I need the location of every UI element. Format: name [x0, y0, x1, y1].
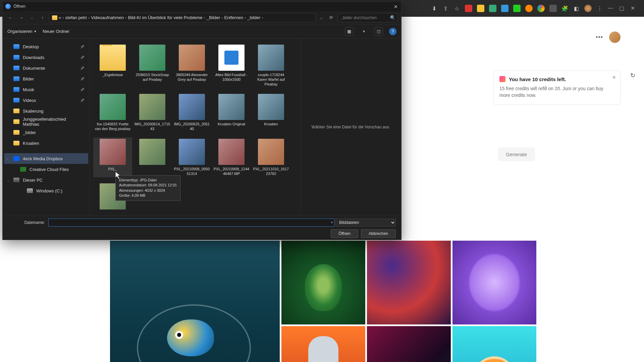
sidebar-item[interactable]: ›4eck Media Dropbox — [4, 153, 88, 164]
file-item[interactable]: Kroatien — [252, 93, 290, 133]
share-icon[interactable]: ⇪ — [442, 5, 449, 12]
puzzle-icon[interactable]: 🧩 — [561, 5, 568, 12]
refresh-button[interactable]: ⟳ — [327, 13, 335, 22]
open-button[interactable]: Öffnen — [331, 229, 358, 238]
new-folder-button[interactable]: Neuer Ordner — [43, 29, 69, 34]
file-thumbnail — [139, 139, 165, 165]
profile-icon[interactable] — [584, 5, 592, 12]
view-dropdown[interactable]: ▼ — [360, 27, 368, 36]
close-icon[interactable]: ✕ — [394, 4, 398, 9]
expand-icon[interactable]: › — [7, 157, 8, 161]
minimize-icon[interactable]: — — [608, 5, 614, 12]
breadcrumb-seg[interactable]: « — [59, 15, 61, 20]
help-icon[interactable]: ? — [389, 28, 396, 35]
file-grid[interactable]: _Ergebnisse2598015 StockSnap auf Pixabay… — [90, 39, 301, 216]
sidebar-item-label: Creative Cloud Files — [30, 167, 69, 172]
breadcrumb-seg[interactable]: stefan petri — [65, 15, 87, 20]
search-input[interactable]: _bilder durchsuchen 🔍 — [337, 13, 398, 22]
maximize-icon[interactable]: ▢ — [619, 5, 626, 12]
generate-button[interactable]: Generate — [498, 147, 535, 161]
extension-icon[interactable] — [489, 5, 496, 12]
file-item[interactable]: fox-1540833 Yvette van den Berg pixabay — [93, 93, 132, 133]
sidebar-item[interactable]: Kroatien — [4, 138, 88, 148]
gallery-image[interactable] — [452, 241, 536, 324]
extension-icon[interactable] — [525, 5, 533, 12]
forward-button[interactable]: → — [17, 13, 25, 22]
sidepanel-icon[interactable]: ◧ — [573, 5, 580, 12]
gallery-image[interactable] — [452, 326, 536, 362]
breadcrumb-dropdown[interactable]: ⌵ — [318, 15, 325, 20]
gallery-image[interactable] — [367, 241, 451, 324]
close-icon[interactable]: ✕ — [631, 5, 637, 12]
extension-icon[interactable] — [501, 5, 508, 12]
extension-icon[interactable] — [477, 5, 484, 12]
sidebar-item[interactable]: Videos — [4, 95, 88, 106]
gallery — [110, 253, 536, 362]
extension-icon[interactable] — [549, 5, 557, 12]
filename-label: Dateiname: — [8, 220, 45, 225]
file-item[interactable] — [133, 137, 172, 178]
breadcrumb-seg[interactable]: Entfernen — [224, 15, 243, 20]
file-thumbnail — [218, 139, 245, 165]
sidebar-item[interactable]: Skalierung — [4, 106, 88, 116]
filename-input[interactable] — [48, 219, 334, 227]
gallery-image[interactable] — [281, 241, 365, 324]
breadcrumb-seg[interactable]: _Bilder — [207, 15, 220, 20]
sidebar-item-label: Bilder — [23, 76, 34, 81]
file-label: Kroatien Original — [218, 122, 245, 127]
file-item[interactable]: PXL_20211010_161723782 — [252, 137, 290, 178]
file-item[interactable]: 3805349 Alexander Grey auf Pixabay — [172, 43, 211, 88]
folder-icon — [13, 66, 19, 70]
download-icon[interactable]: ⬇ — [431, 5, 437, 12]
breadcrumb[interactable]: «› stefan petri› Videoaufnahmen› Bild-KI… — [49, 13, 316, 22]
back-button[interactable]: ← — [6, 13, 15, 22]
up-button[interactable]: ↑ — [38, 13, 47, 22]
nav-bar: ← → ⌵ ↑ «› stefan petri› Videoaufnahmen›… — [3, 11, 401, 24]
file-item[interactable]: PXL_20210908_095051314 — [172, 137, 211, 178]
file-item[interactable]: couple-1718244 Karen Warfel auf Pixabay — [252, 43, 290, 88]
sidebar-item-label: Dokumente — [23, 66, 45, 71]
sidebar-item[interactable]: Desktop — [4, 41, 88, 52]
preview-pane-button[interactable]: ◫ — [374, 27, 383, 36]
avatar[interactable] — [609, 32, 621, 43]
preview-pane: Wählen Sie eine Datei für die Vorschau a… — [301, 39, 401, 216]
view-button[interactable]: ▦ — [345, 27, 354, 36]
recent-dropdown[interactable]: ⌵ — [28, 13, 36, 22]
file-item[interactable]: _Ergebnisse — [93, 43, 132, 88]
sidebar-item[interactable]: Windows (C:) — [4, 185, 88, 196]
file-item[interactable]: PXL_20210908_124446487.MP — [212, 137, 251, 178]
sidebar-item[interactable]: Musik — [4, 84, 88, 95]
breadcrumb-seg[interactable]: _bilder — [247, 15, 260, 20]
organize-menu[interactable]: Organisieren ▼ — [7, 29, 37, 34]
file-label: 2598015 StockSnap auf Pixabay — [134, 73, 170, 82]
page-more-icon[interactable]: ••• — [596, 34, 603, 41]
file-item[interactable]: IMG_20200614_171543 — [133, 93, 172, 133]
gallery-image[interactable] — [367, 326, 451, 362]
expand-icon[interactable]: ⌄ — [7, 178, 9, 182]
sidebar-item[interactable]: Downloads — [4, 52, 88, 63]
file-item[interactable]: 2598015 StockSnap auf Pixabay — [133, 43, 172, 88]
extension-icon[interactable] — [465, 5, 472, 12]
cancel-button[interactable]: Abbrechen — [361, 229, 396, 238]
file-item[interactable]: PXL_ — [93, 137, 132, 178]
gallery-image[interactable] — [281, 326, 365, 362]
sidebar-item[interactable]: Creative Cloud Files — [4, 164, 88, 175]
filetype-select[interactable]: Bilddateien — [335, 219, 396, 227]
sidebar-item[interactable]: Bilder — [4, 73, 88, 84]
gallery-image[interactable] — [110, 241, 280, 362]
star-icon[interactable]: ☆ — [453, 5, 460, 12]
sidebar-item[interactable]: Junggesellenabschied Matthias — [4, 116, 88, 127]
sidebar-item[interactable]: ⌄Dieser PC — [4, 175, 88, 185]
sidebar-item[interactable]: _bilder — [4, 127, 88, 138]
file-item[interactable]: Kroatien Original — [212, 93, 251, 133]
close-icon[interactable]: ✕ — [612, 75, 616, 80]
history-icon[interactable]: ↻ — [630, 72, 635, 79]
file-item[interactable]: IMG_20200625_205140 — [172, 93, 211, 133]
file-item[interactable]: Altes Bild Fussball - 1050x1500 — [212, 43, 251, 88]
more-icon[interactable]: ⋮ — [596, 5, 603, 12]
extension-icon[interactable] — [537, 5, 545, 12]
breadcrumb-seg[interactable]: Bild-KI im Überblick für viele Probleme — [128, 15, 203, 20]
extension-icon[interactable] — [513, 5, 521, 12]
breadcrumb-seg[interactable]: Videoaufnahmen — [91, 15, 124, 20]
sidebar-item[interactable]: Dokumente — [4, 63, 88, 73]
